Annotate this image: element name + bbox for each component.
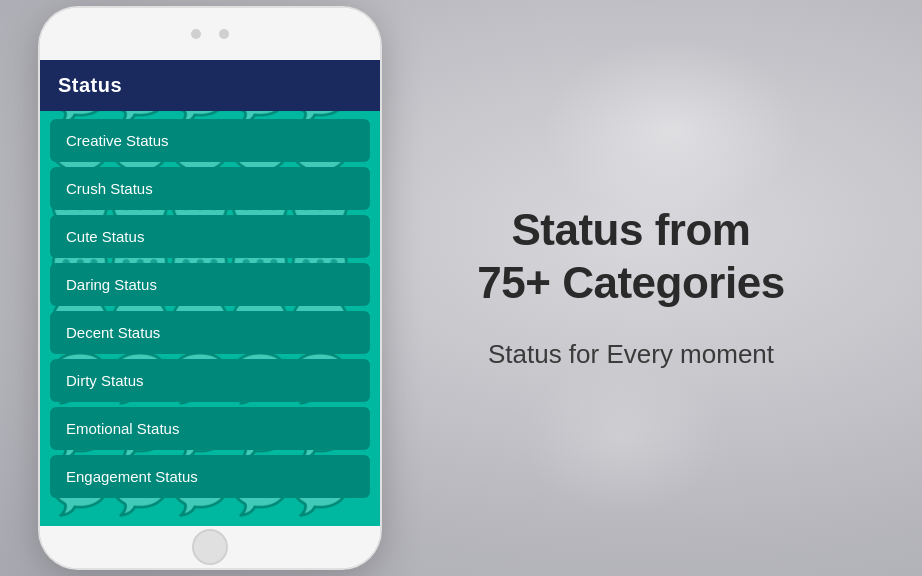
list-item-daring[interactable]: Daring Status <box>50 263 370 306</box>
phone-top-bar <box>40 8 380 60</box>
home-button[interactable] <box>192 529 228 565</box>
app-header: Status <box>40 60 380 111</box>
phone-screen: 💬💬💬💬💬💬💬💬💬💬💬💬💬💬💬💬💬💬💬💬💬💬💬💬💬💬💬💬💬💬💬💬💬💬💬💬💬💬💬💬… <box>40 60 380 526</box>
phone-bottom <box>40 526 380 568</box>
list-item-creative[interactable]: Creative Status <box>50 119 370 162</box>
list-item-engagement[interactable]: Engagement Status <box>50 455 370 498</box>
phone-mockup: 💬💬💬💬💬💬💬💬💬💬💬💬💬💬💬💬💬💬💬💬💬💬💬💬💬💬💬💬💬💬💬💬💬💬💬💬💬💬💬💬… <box>40 8 380 568</box>
list-item-dirty[interactable]: Dirty Status <box>50 359 370 402</box>
list-item-decent[interactable]: Decent Status <box>50 311 370 354</box>
main-heading: Status from75+ Categories <box>477 204 784 310</box>
list-item-emotional[interactable]: Emotional Status <box>50 407 370 450</box>
list-item-cute[interactable]: Cute Status <box>50 215 370 258</box>
status-list: Creative StatusCrush StatusCute StatusDa… <box>40 111 380 506</box>
right-section: Status from75+ Categories Status for Eve… <box>340 204 922 371</box>
sub-heading: Status for Every moment <box>488 338 774 372</box>
list-item-crush[interactable]: Crush Status <box>50 167 370 210</box>
camera-dot-left <box>191 29 201 39</box>
camera-dot-right <box>219 29 229 39</box>
app-title: Status <box>58 74 122 96</box>
